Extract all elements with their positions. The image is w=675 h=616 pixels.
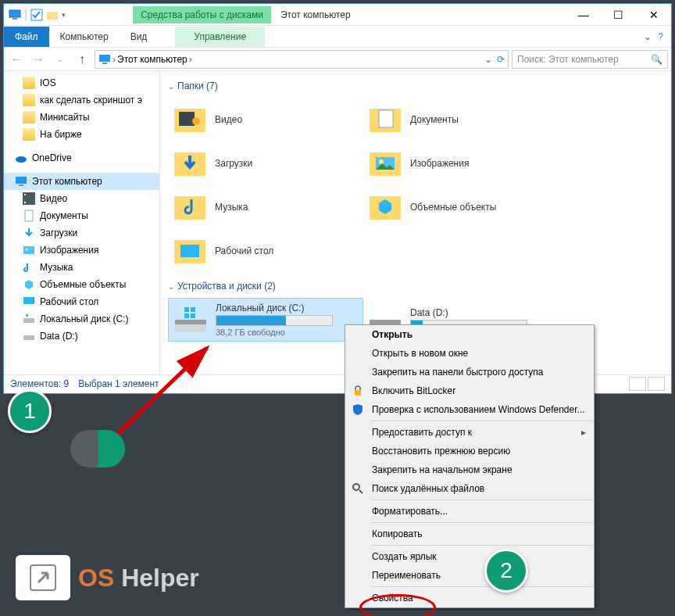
svg-rect-36 (184, 313, 189, 318)
view-icons-button[interactable] (648, 377, 665, 391)
ctx-pin-start[interactable]: Закрепить на начальном экране (345, 460, 594, 479)
close-button[interactable]: ✕ (636, 4, 671, 26)
tree-item[interactable]: Data (D:) (4, 328, 159, 345)
video-icon (23, 192, 35, 205)
tree-this-pc[interactable]: Этот компьютер (4, 173, 159, 190)
ctx-share[interactable]: Предоставить доступ к▸ (345, 423, 594, 442)
tree-item[interactable]: Минисайты (4, 109, 159, 126)
folder-item[interactable]: Объемные объекты (363, 185, 559, 229)
address-dropdown-icon[interactable]: ⌄ (484, 54, 492, 65)
recent-dropdown-icon[interactable]: ⌄ (51, 50, 70, 69)
ctx-create-shortcut[interactable]: Создать ярлык (345, 547, 594, 566)
chevron-right-icon[interactable]: › (189, 54, 192, 65)
folder-item[interactable]: Загрузки (168, 141, 363, 185)
tree-item[interactable]: Документы (4, 207, 159, 224)
folder-icon[interactable] (46, 9, 59, 21)
svg-rect-3 (47, 12, 58, 20)
minimize-button[interactable]: — (566, 4, 601, 26)
file-tab[interactable]: Файл (4, 27, 49, 47)
music-folder-icon (173, 192, 207, 223)
tree-item[interactable]: Видео (4, 190, 159, 207)
folder-item[interactable]: Видео (168, 98, 363, 141)
qat-sep: | (24, 8, 27, 22)
maximize-button[interactable]: ☐ (601, 4, 636, 26)
tree-item[interactable]: Загрузки (4, 224, 159, 242)
drive-c[interactable]: Локальный диск (C:) 38,2 ГБ свободно (168, 298, 363, 342)
pictures-folder-icon (368, 148, 402, 179)
window-title: Этот компьютер (280, 9, 566, 20)
tree-item[interactable]: Объемные объекты (4, 276, 159, 293)
computer-tab[interactable]: Компьютер (49, 27, 120, 47)
ctx-properties[interactable]: Свойства (345, 589, 594, 607)
collapse-icon: ⌄ (168, 82, 174, 91)
ribbon-expand-icon[interactable]: ⌄ (644, 31, 652, 42)
ctx-separator (372, 545, 593, 546)
status-count: Элементов: 9 (10, 378, 69, 389)
window-controls: — ☐ ✕ (566, 4, 671, 26)
shield-icon (352, 403, 364, 416)
annotation-badge-1: 1 (8, 389, 52, 433)
bitlocker-icon (352, 385, 364, 397)
ctx-open[interactable]: Открыть (345, 325, 594, 344)
chevron-right-icon[interactable]: › (112, 54, 116, 65)
tree-item[interactable]: Рабочий стол (4, 293, 159, 310)
qat-dropdown-icon[interactable]: ▾ (62, 11, 66, 19)
back-button[interactable]: ← (7, 50, 26, 69)
svg-rect-23 (379, 110, 393, 127)
3d-folder-icon (368, 192, 402, 223)
video-folder-icon (173, 104, 207, 135)
folder-icon (23, 77, 35, 89)
help-icon[interactable]: ? (658, 31, 663, 42)
address-bar[interactable]: › Этот компьютер › ⌄ ⟳ (95, 50, 509, 69)
ctx-restore-version[interactable]: Восстановить прежнюю версию (345, 442, 594, 460)
breadcrumb-root[interactable]: Этот компьютер (117, 54, 188, 65)
checkbox-icon[interactable] (30, 9, 43, 21)
tree-item[interactable]: IOS (4, 74, 159, 91)
svg-rect-10 (24, 194, 26, 195)
forward-button[interactable]: → (29, 50, 48, 69)
search-input[interactable]: Поиск: Этот компьютер 🔍 (512, 50, 668, 69)
folder-item[interactable]: Документы (363, 98, 559, 141)
logo-text: OS Helper (78, 564, 199, 593)
svg-rect-11 (24, 202, 26, 203)
ctx-separator (372, 586, 593, 587)
svg-rect-20 (179, 112, 195, 126)
drive-icon (172, 303, 209, 337)
folder-item[interactable]: Изображения (363, 141, 559, 185)
svg-rect-31 (180, 245, 199, 257)
pc-icon (98, 53, 111, 66)
svg-rect-5 (102, 63, 107, 64)
annotation-badge-2: 2 (484, 549, 528, 593)
status-selection: Выбран 1 элемент (78, 378, 159, 389)
ctx-format[interactable]: Форматировать... (345, 502, 594, 521)
view-tab[interactable]: Вид (120, 27, 159, 47)
refresh-icon[interactable]: ⟳ (497, 54, 505, 65)
ctx-copy[interactable]: Копировать (345, 525, 594, 543)
up-button[interactable]: ↑ (73, 50, 91, 69)
ctx-rename[interactable]: Переименовать (345, 566, 594, 585)
ctx-bitlocker[interactable]: Включить BitLocker (345, 381, 594, 400)
tree-item[interactable]: Изображения (4, 242, 159, 259)
svg-rect-18 (23, 335, 34, 340)
ctx-pin-quick-access[interactable]: Закрепить на панели быстрого доступа (345, 363, 594, 381)
folder-item[interactable]: Рабочий стол (168, 229, 363, 273)
tree-item[interactable]: Музыка (4, 259, 159, 276)
group-drives-header[interactable]: ⌄Устройства и диски (2) (168, 281, 663, 292)
tree-item[interactable]: как сделать скриншот э (4, 91, 159, 109)
downloads-icon (23, 227, 35, 239)
ctx-search-deleted[interactable]: Поиск удалённых файлов (345, 479, 594, 498)
nav-tree: IOS как сделать скриншот э Минисайты На … (4, 71, 160, 374)
documents-icon (23, 210, 35, 222)
tree-item[interactable]: На бирже (4, 126, 159, 143)
manage-tab[interactable]: Управление (175, 27, 265, 47)
music-icon (23, 261, 35, 274)
folder-item[interactable]: Музыка (168, 185, 363, 229)
tree-item[interactable]: Локальный диск (C:) (4, 310, 159, 328)
ctx-defender[interactable]: Проверка с использованием Windows Defend… (345, 400, 594, 419)
group-folders-header[interactable]: ⌄Папки (7) (168, 81, 663, 91)
onedrive-icon (15, 152, 27, 164)
pc-icon (9, 9, 21, 21)
ctx-open-new-window[interactable]: Открыть в новом окне (345, 344, 594, 363)
view-details-button[interactable] (629, 377, 646, 391)
tree-onedrive[interactable]: OneDrive (4, 149, 159, 167)
